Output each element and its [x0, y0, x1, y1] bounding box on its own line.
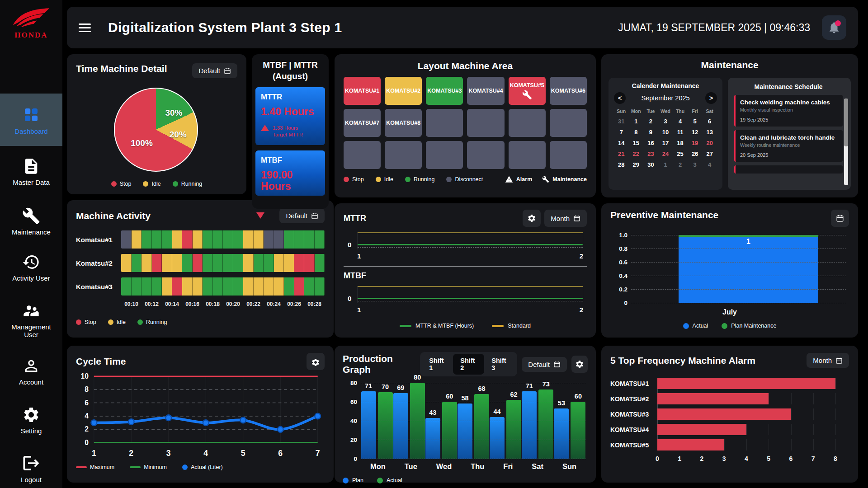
- calendar-day[interactable]: 19: [688, 140, 703, 146]
- cycle-legend: MaximumMinimumActual (Liter): [76, 464, 325, 470]
- sidebar-item-maintenance[interactable]: Maintenance: [0, 207, 62, 236]
- settings-button[interactable]: [523, 210, 541, 227]
- calendar-day[interactable]: 13: [702, 129, 717, 136]
- calendar-day[interactable]: 8: [629, 129, 644, 136]
- calendar-day[interactable]: 3: [688, 161, 703, 168]
- sidebar-item-dashboard[interactable]: Dashboard: [0, 94, 62, 146]
- machine-tile[interactable]: KOMATSU#4: [467, 77, 504, 105]
- calendar-day[interactable]: 1: [629, 118, 644, 125]
- month-range-button[interactable]: Month: [807, 353, 849, 368]
- machine-tile[interactable]: KOMATSU#3: [426, 77, 463, 105]
- machine-tile[interactable]: KOMATSU#5: [509, 77, 546, 105]
- alarm-track: [657, 378, 835, 389]
- legend-label: MTTR & MTBF (Hours): [415, 323, 474, 329]
- sidebar-item-setting[interactable]: Setting: [0, 406, 62, 435]
- default-range-button[interactable]: Default: [522, 357, 567, 372]
- calendar-day[interactable]: 9: [643, 129, 658, 136]
- shift-button-shift-2[interactable]: Shift 2: [453, 354, 484, 375]
- calendar-day[interactable]: 17: [658, 140, 673, 146]
- grid-line: [813, 439, 814, 450]
- settings-button[interactable]: [571, 356, 588, 373]
- calendar-day[interactable]: 10: [658, 129, 673, 136]
- bar-value-label: 71: [365, 382, 372, 389]
- shift-button-shift-3[interactable]: Shift 3: [484, 354, 515, 375]
- calendar-day[interactable]: 6: [702, 118, 717, 125]
- calendar-day[interactable]: 21: [614, 150, 629, 157]
- schedule-item-partial[interactable]: [734, 165, 843, 174]
- machine-tile[interactable]: KOMATSU#1: [344, 77, 381, 105]
- y-tick-label: 20: [343, 436, 357, 443]
- schedule-item[interactable]: Check welding machine cablesMonthly visu…: [734, 95, 843, 127]
- bar-value-label: 69: [397, 384, 404, 391]
- notifications-button[interactable]: [822, 15, 846, 40]
- calendar-day[interactable]: 4: [673, 118, 688, 125]
- calendar-day[interactable]: 2: [643, 118, 658, 125]
- activity-segment: [304, 277, 315, 296]
- calendar-day[interactable]: 28: [614, 161, 629, 168]
- calendar-day[interactable]: 18: [673, 140, 688, 146]
- hamburger-menu-icon[interactable]: [79, 23, 91, 32]
- machine-tile[interactable]: KOMATSU#2: [385, 77, 422, 105]
- legend-label: Idle: [384, 176, 393, 183]
- schedule-item[interactable]: Clean and lubricate torch handleWeekly r…: [734, 130, 843, 162]
- machine-tile[interactable]: KOMATSU#6: [550, 77, 587, 105]
- calendar-day[interactable]: 11: [673, 129, 688, 136]
- calendar-day[interactable]: 1: [658, 161, 673, 168]
- activity-row-label: Komatsu#1: [76, 236, 121, 244]
- calendar-day[interactable]: 5: [688, 118, 703, 125]
- sidebar-item-logout[interactable]: Logout: [0, 454, 62, 483]
- calendar-day[interactable]: 24: [658, 150, 673, 157]
- x-tick-label: Thu: [471, 462, 484, 471]
- default-range-button[interactable]: Default: [192, 63, 237, 78]
- svg-text:2: 2: [129, 449, 133, 458]
- calendar-day[interactable]: 29: [629, 161, 644, 168]
- calendar-day[interactable]: 16: [643, 140, 658, 146]
- shift-button-shift-1[interactable]: Shift 1: [422, 354, 453, 375]
- grid-line: [361, 402, 586, 402]
- activity-time-axis: 00:1000:1200:1400:1600:1800:2000:2200:24…: [121, 301, 325, 309]
- activity-timeline-bar: [121, 230, 325, 249]
- sidebar-item-account[interactable]: Account: [0, 357, 62, 386]
- grid-line: [835, 393, 836, 404]
- mtbf-chart-title: MTBF: [344, 271, 587, 281]
- calendar-grid: SunMonTueWedThuFriSat3112345678910111213…: [614, 108, 717, 168]
- sidebar-item-activity-user[interactable]: Activity User: [0, 253, 62, 282]
- calendar-day[interactable]: 4: [702, 161, 717, 168]
- calendar-day[interactable]: 2: [673, 161, 688, 168]
- legend-dot: [143, 181, 148, 187]
- calendar-day[interactable]: 23: [643, 150, 658, 157]
- calendar-next-button[interactable]: >: [705, 92, 717, 104]
- calendar-day[interactable]: 7: [614, 129, 629, 136]
- y-axis-zero: 0: [348, 295, 351, 302]
- machine-tile[interactable]: KOMATSU#8: [385, 109, 422, 137]
- calendar-day[interactable]: 25: [673, 150, 688, 157]
- calendar-day[interactable]: 27: [702, 150, 717, 157]
- calendar-day[interactable]: 12: [688, 129, 703, 136]
- default-range-button[interactable]: Default: [279, 208, 325, 223]
- legend-dot: [130, 466, 141, 468]
- alarm-row: KOMATSU#1: [610, 378, 835, 389]
- legend-dot: [108, 319, 113, 325]
- machine-tile[interactable]: KOMATSU#7: [344, 109, 381, 137]
- shift-selector: Shift 1Shift 2Shift 3: [420, 352, 517, 376]
- settings-button[interactable]: [307, 353, 325, 370]
- calendar-day[interactable]: 22: [629, 150, 644, 157]
- calendar-prev-button[interactable]: <: [614, 92, 626, 104]
- calendar-button[interactable]: [831, 210, 849, 227]
- month-range-button[interactable]: Month: [544, 210, 587, 227]
- calendar-day[interactable]: 3: [658, 118, 673, 125]
- calendar-day[interactable]: 14: [614, 140, 629, 146]
- sidebar-item-master-data[interactable]: Master Data: [0, 157, 62, 186]
- calendar-day[interactable]: 30: [643, 161, 658, 168]
- calendar-icon: [835, 357, 843, 364]
- calendar-day[interactable]: 31: [614, 118, 629, 125]
- legend-item: Disconnect: [446, 176, 483, 183]
- calendar-day[interactable]: 20: [702, 140, 717, 146]
- scrollbar-thumb[interactable]: [844, 99, 848, 146]
- x-tick-label: Sun: [562, 462, 576, 471]
- legend-dot: [376, 177, 381, 182]
- sidebar-item-management-user[interactable]: Management User: [0, 302, 62, 339]
- calendar-day[interactable]: 15: [629, 140, 644, 146]
- pie-label-stop: 100%: [131, 138, 153, 148]
- calendar-day[interactable]: 26: [688, 150, 703, 157]
